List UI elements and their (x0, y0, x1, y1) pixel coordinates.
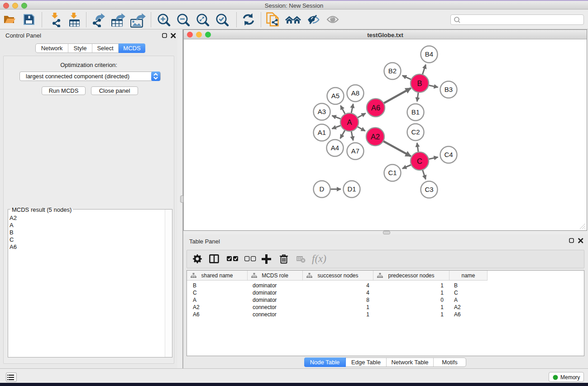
svg-text:B4: B4 (425, 50, 433, 58)
svg-text:C1: C1 (388, 169, 397, 176)
svg-text:B3: B3 (445, 86, 453, 93)
svg-text:A7: A7 (351, 147, 359, 155)
svg-text:C: C (417, 157, 422, 165)
svg-text:A3: A3 (318, 108, 326, 115)
svg-text:C3: C3 (425, 186, 433, 193)
svg-text:B1: B1 (411, 108, 420, 116)
svg-text:A4: A4 (331, 144, 339, 152)
svg-text:A6: A6 (371, 104, 380, 112)
svg-text:D: D (320, 185, 325, 193)
svg-text:B2: B2 (388, 67, 397, 75)
svg-text:A1: A1 (318, 129, 326, 136)
svg-text:D1: D1 (347, 185, 356, 193)
svg-text:A8: A8 (351, 89, 359, 97)
svg-text:C2: C2 (411, 128, 420, 136)
svg-text:A: A (347, 118, 352, 126)
svg-text:A5: A5 (331, 92, 339, 100)
svg-text:A2: A2 (371, 133, 380, 141)
svg-text:B: B (417, 79, 422, 87)
svg-text:C4: C4 (444, 151, 453, 158)
